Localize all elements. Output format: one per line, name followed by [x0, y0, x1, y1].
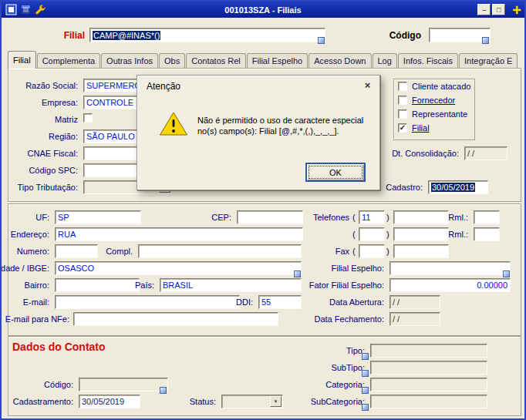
tab-acesso-down[interactable]: Acesso Down [309, 53, 371, 68]
filial-lookup-icon[interactable] [318, 37, 325, 44]
ok-button[interactable]: OK [305, 163, 366, 182]
wrench-icon [34, 4, 46, 16]
cidade-ibge-label: Cidade / IBGE: [0, 264, 49, 273]
codigo-input[interactable] [429, 28, 491, 42]
telefone1-ddd-input[interactable]: 11 [359, 210, 385, 224]
endereco-label: Endereço: [11, 230, 49, 239]
tab-integracao[interactable]: Integração E [459, 53, 518, 68]
rml1-label: Rml.: [448, 213, 468, 222]
telefone2-input[interactable] [393, 227, 449, 241]
categoria-lookup-icon[interactable] [362, 387, 369, 394]
status-label: Status: [190, 397, 216, 406]
dialog-message-line2: no(s) campo(s): Filial [@,#,*,(,),_,_,_]… [197, 126, 339, 136]
tab-contatos-rel[interactable]: Contatos Rel [186, 53, 246, 68]
telefone2-ddd-input[interactable] [359, 227, 385, 241]
contato-tipo-input[interactable] [370, 344, 487, 358]
cep-input[interactable] [237, 210, 303, 224]
subcategoria-lookup-icon[interactable] [362, 404, 369, 411]
dialog-message-line1: Não é permitido o uso de caractere espec… [197, 116, 363, 125]
data-abertura-input[interactable]: / / [389, 295, 440, 309]
representante-label: Representante [412, 109, 467, 119]
dados-contato-title: Dados do Contato [12, 341, 106, 353]
warning-dialog: Atenção × Não é permitido o uso de carac… [137, 75, 380, 190]
tab-infos-fiscais[interactable]: Infos. Fiscais [398, 53, 458, 68]
contato-subtipo-label: SubTipo: [331, 363, 365, 372]
filial-input[interactable]: CAMP@#INAS*() [89, 28, 325, 42]
tab-filial-espelho[interactable]: Filial Espelho [247, 53, 308, 68]
status-select[interactable]: ▼ [221, 395, 283, 408]
fax-ddd-input[interactable] [359, 244, 385, 258]
cadastro-input[interactable]: 30/05/2019 [428, 180, 488, 194]
tab-complementa[interactable]: Complementa [37, 53, 100, 68]
regiao-label: Região: [49, 132, 78, 141]
pais-input[interactable]: BRASIL [160, 278, 302, 292]
contato-categoria-input[interactable] [370, 378, 487, 391]
filial-value-selected: CAMP@#INAS*() [93, 31, 160, 40]
close-plus-button[interactable]: + [512, 2, 521, 18]
contato-categoria-label: Categoria: [325, 380, 365, 389]
filial-espelho-input[interactable] [389, 261, 511, 275]
empresa-label: Empresa: [42, 98, 78, 107]
data-fechamento-label: Data Fechamento: [315, 314, 385, 324]
cidade-lookup-icon[interactable] [294, 270, 301, 277]
paren-close: ) [386, 247, 389, 256]
close-icon[interactable]: × [362, 79, 373, 91]
codigo-spc-label: Código SPC: [29, 166, 78, 175]
dt-consolidacao-input[interactable]: / / [464, 146, 507, 160]
data-fechamento-input[interactable]: / / [389, 312, 440, 326]
fax-label: Fax [335, 247, 349, 256]
check-icon: ✓ [400, 124, 406, 132]
cnae-label: CNAE Fiscal: [28, 149, 78, 158]
cliente-atacado-checkbox[interactable] [398, 82, 407, 91]
maximize-button[interactable]: □ [492, 4, 505, 15]
endereco-input[interactable]: RUA [55, 227, 303, 241]
matriz-label: Matriz [55, 115, 78, 124]
tab-filial[interactable]: Filial [8, 51, 36, 69]
email-input[interactable] [55, 295, 240, 309]
telefone1-input[interactable] [393, 210, 449, 224]
bairro-label: Bairro: [25, 281, 49, 290]
matriz-checkbox[interactable] [83, 113, 93, 123]
tab-strip: Filial Complementa Outras Infos Obs Cont… [8, 50, 523, 68]
tab-outras-infos[interactable]: Outras Infos [101, 53, 158, 68]
compl-label: Compl. [106, 247, 133, 256]
minimize-button[interactable]: – [477, 4, 491, 15]
paren-open: ( [352, 230, 356, 239]
modules-icon [19, 4, 32, 16]
bairro-input[interactable] [55, 278, 140, 292]
email-nfe-label: E-mail para NFe: [5, 314, 69, 324]
data-abertura-label: Data Abertura: [329, 297, 384, 307]
cadastro-label: Cadastro: [386, 183, 423, 192]
subtipo-lookup-icon[interactable] [362, 370, 369, 377]
uf-input[interactable]: SP [55, 210, 141, 224]
rml2-input[interactable] [474, 227, 500, 241]
contato-codigo-input[interactable] [79, 378, 168, 391]
representante-checkbox[interactable] [398, 109, 407, 119]
ddi-input[interactable]: 55 [258, 295, 302, 309]
contato-subcategoria-label: SubCategoria: [311, 397, 365, 406]
compl-input[interactable] [138, 244, 302, 258]
email-nfe-input[interactable] [73, 312, 278, 326]
fax-input[interactable] [393, 244, 449, 258]
codigo-lookup-icon[interactable] [482, 37, 489, 44]
tab-obs[interactable]: Obs [159, 53, 185, 68]
fator-filial-espelho-input[interactable]: 0.00000 [389, 278, 511, 292]
contato-subcategoria-input[interactable] [370, 395, 487, 408]
filial-checkbox[interactable]: ✓ [398, 123, 407, 133]
numero-input[interactable] [55, 244, 98, 258]
cadastramento-input[interactable]: 30/05/2019 [79, 395, 140, 408]
rml1-input[interactable] [474, 210, 500, 224]
chevron-down-icon[interactable]: ▼ [270, 396, 282, 407]
contato-codigo-label: Código: [44, 380, 73, 389]
codigo-header-label: Código [389, 30, 421, 41]
dt-consolidacao-label: Dt. Consolidação: [392, 149, 459, 158]
contato-codigo-lookup-icon[interactable] [160, 387, 167, 394]
tipo-lookup-icon[interactable] [362, 353, 369, 360]
app-icon [5, 4, 17, 16]
contato-subtipo-input[interactable] [370, 361, 487, 375]
filial-flag-label: Filial [412, 123, 430, 133]
tab-log[interactable]: Log [373, 53, 397, 68]
cidade-ibge-input[interactable]: OSASCO [55, 261, 302, 275]
filial-espelho-lookup-icon[interactable] [503, 270, 510, 277]
fornecedor-checkbox[interactable] [398, 96, 407, 105]
